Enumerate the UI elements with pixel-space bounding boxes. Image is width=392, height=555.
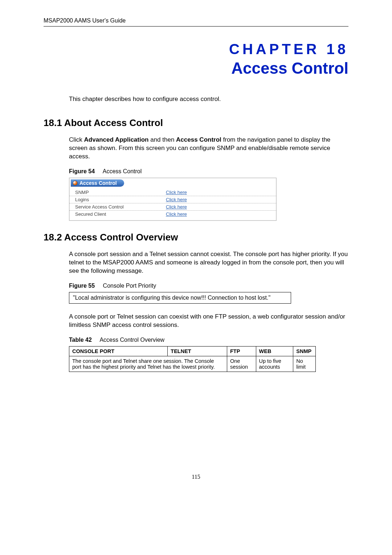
th-web: WEB — [256, 346, 293, 356]
text: Click — [69, 136, 84, 143]
table-data-row: The console port and Telnet share one se… — [69, 356, 316, 372]
section-heading-18-2: 18.2 Access Control Overview — [44, 232, 348, 243]
figure-caption-text: Console Port Priority — [103, 283, 156, 289]
panel-row-snmp: SNMP Click here — [69, 189, 276, 196]
panel-header: Access Control — [71, 179, 124, 187]
figure-54-panel: Access Control SNMP Click here Logins Cl… — [69, 178, 277, 221]
td-web: Up to five accounts — [256, 356, 293, 372]
panel-row-logins: Logins Click here — [69, 196, 276, 203]
table-42: CONSOLE PORT TELNET FTP WEB SNMP The con… — [69, 346, 316, 372]
th-telnet: TELNET — [168, 346, 227, 356]
page: MSAP2000 AAMS User's Guide CHAPTER 18 Ac… — [0, 0, 392, 502]
panel-row-service-access-control: Service Access Control Click here — [69, 203, 276, 211]
th-snmp: SNMP — [293, 346, 316, 356]
panel-row-label: Service Access Control — [75, 204, 166, 210]
section-18-1-para: Click Advanced Application and then Acce… — [69, 136, 348, 161]
panel-row-secured-client: Secured Client Click here — [69, 211, 276, 218]
table-header-row: CONSOLE PORT TELNET FTP WEB SNMP — [69, 346, 316, 356]
panel-header-icon — [73, 181, 77, 185]
bold-advanced-application: Advanced Application — [84, 136, 149, 143]
section-18-2-para1: A console port session and a Telnet sess… — [69, 250, 348, 275]
figure-54-caption: Figure 54 Access Control — [69, 168, 348, 175]
td-snmp: No limit — [293, 356, 316, 372]
th-ftp: FTP — [227, 346, 256, 356]
panel-row-label: Secured Client — [75, 211, 166, 217]
panel-row-link[interactable]: Click here — [166, 190, 187, 195]
figure-label: Figure 55 — [69, 283, 95, 289]
panel-row-link[interactable]: Click here — [166, 211, 187, 217]
td-ftp: One session — [227, 356, 256, 372]
th-console-port: CONSOLE PORT — [69, 346, 168, 356]
section-18-2-para2: A console port or Telnet session can coe… — [69, 313, 348, 329]
figure-caption-text: Access Control — [103, 168, 142, 174]
panel-row-label: Logins — [75, 197, 166, 202]
chapter-intro: This chapter describes how to configure … — [69, 96, 348, 103]
figure-55-message-box: "Local administrator is configuring this… — [69, 292, 291, 304]
page-number: 115 — [44, 474, 348, 480]
td-console-telnet: The console port and Telnet share one se… — [69, 356, 227, 372]
figure-55-caption: Figure 55 Console Port Priority — [69, 283, 348, 289]
table-42-caption: Table 42 Access Control Overview — [69, 337, 348, 343]
table-label: Table 42 — [69, 337, 92, 343]
panel-row-link[interactable]: Click here — [166, 204, 187, 210]
panel-row-link[interactable]: Click here — [166, 197, 187, 202]
chapter-label: CHAPTER 18 — [44, 41, 348, 57]
text: and then — [148, 136, 176, 143]
panel-title: Access Control — [79, 180, 117, 186]
chapter-title: Access Control — [44, 59, 348, 77]
section-heading-18-1: 18.1 About Access Control — [44, 117, 348, 129]
bold-access-control: Access Control — [176, 136, 221, 143]
table-caption-text: Access Control Overview — [99, 337, 164, 343]
panel-row-label: SNMP — [75, 190, 166, 195]
figure-label: Figure 54 — [69, 168, 95, 174]
running-header: MSAP2000 AAMS User's Guide — [44, 17, 348, 27]
